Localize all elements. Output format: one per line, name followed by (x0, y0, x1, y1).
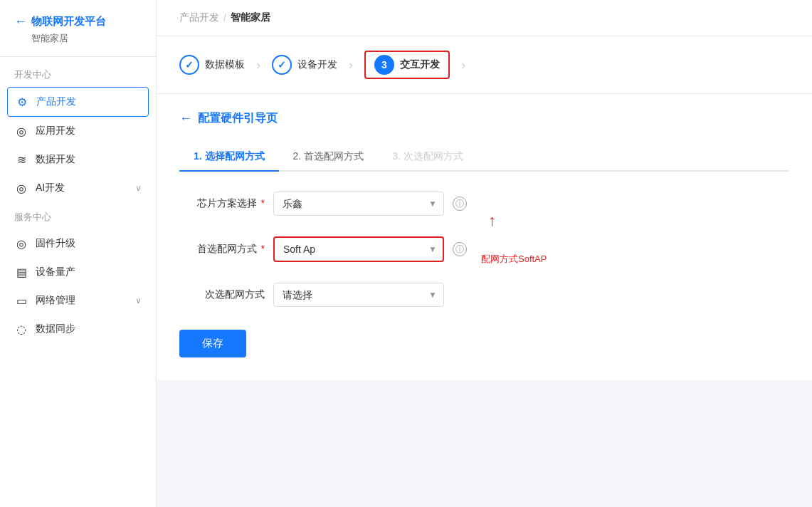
page-back-button[interactable]: ← 配置硬件引导页 (179, 111, 789, 126)
breadcrumb-separator: / (223, 12, 226, 23)
data-icon: ≋ (14, 152, 28, 167)
step3-circle: 3 (374, 55, 394, 75)
breadcrumb-parent: 产品开发 (179, 11, 219, 24)
sidebar-item-firmware[interactable]: ◎ 固件升级 (0, 229, 156, 258)
tooltip-annotation: ↑ 配网方式SoftAP (481, 233, 547, 266)
step2-circle: ✓ (272, 55, 292, 75)
gear-icon: ⚙ (15, 95, 29, 109)
main-content: 产品开发 / 智能家居 ✓ 数据模板 › ✓ 设备开发 › 3 交互开发 › ← (157, 0, 812, 507)
app-icon: ◎ (14, 124, 28, 138)
save-button[interactable]: 保存 (179, 330, 246, 357)
ai-icon: ◎ (14, 181, 28, 195)
chip-required: * (261, 197, 265, 209)
annotation-arrow-icon: ↑ (488, 211, 496, 230)
page-title: 配置硬件引导页 (198, 111, 278, 126)
chip-form-row: 芯片方案选择 * 乐鑫 其他 ▼ ⓘ (179, 192, 789, 216)
primary-net-select-wrapper: Soft Ap SmartConfig 其他 ▼ (273, 236, 444, 262)
tab-secondary-network: 3. 次选配网方式 (378, 143, 478, 170)
primary-net-form-row: 首选配网方式 * Soft Ap SmartConfig 其他 ▼ ⓘ (179, 233, 789, 266)
sidebar-item-data-sync[interactable]: ◌ 数据同步 (0, 315, 156, 343)
step-1: ✓ 数据模板 (179, 55, 245, 75)
step1-label: 数据模板 (205, 58, 245, 71)
secondary-net-label: 次选配网方式 (179, 288, 265, 301)
sidebar-item-label: AI开发 (36, 182, 65, 194)
save-row: 保存 (179, 324, 789, 357)
device-icon: ▤ (14, 265, 28, 279)
chip-info-icon[interactable]: ⓘ (453, 197, 467, 211)
sidebar-item-app-dev[interactable]: ◎ 应用开发 (0, 117, 156, 145)
step1-circle: ✓ (179, 55, 199, 75)
page-back-arrow-icon: ← (179, 111, 192, 126)
primary-net-label: 首选配网方式 * (179, 243, 265, 256)
secondary-net-select-wrapper: 请选择 Soft Ap SmartConfig 其他 ▼ (273, 283, 444, 307)
sidebar-subtitle: 智能家居 (14, 32, 142, 45)
step-arrow-3: › (461, 58, 465, 73)
sidebar-item-label: 应用开发 (36, 125, 75, 137)
primary-net-select[interactable]: Soft Ap SmartConfig 其他 (273, 236, 444, 262)
sync-icon: ◌ (14, 322, 28, 336)
sidebar-item-ai-dev[interactable]: ◎ AI开发 ∨ (0, 174, 156, 202)
primary-net-required: * (261, 243, 265, 254)
service-center-label: 服务中心 (0, 202, 156, 229)
content-area: ← 配置硬件引导页 1. 选择配网方式 2. 首选配网方式 3. 次选配网方式 (157, 94, 812, 507)
sidebar-item-label: 固件升级 (36, 237, 75, 250)
breadcrumb-current: 智能家居 (231, 11, 270, 24)
back-arrow-icon: ← (14, 14, 27, 29)
network-icon: ▭ (14, 293, 28, 308)
platform-title: 物联网开发平台 (31, 15, 106, 28)
content-inner: ← 配置硬件引导页 1. 选择配网方式 2. 首选配网方式 3. 次选配网方式 (157, 94, 812, 380)
firmware-icon: ◎ (14, 236, 28, 251)
sidebar-item-label: 设备量产 (36, 266, 75, 278)
tabs-bar: 1. 选择配网方式 2. 首选配网方式 3. 次选配网方式 (179, 143, 789, 172)
tab-primary-network[interactable]: 2. 首选配网方式 (279, 143, 379, 170)
secondary-net-select[interactable]: 请选择 Soft Ap SmartConfig 其他 (273, 283, 444, 307)
sidebar-back-button[interactable]: ← 物联网开发平台 (14, 14, 142, 29)
sidebar-item-label: 产品开发 (36, 95, 76, 108)
step2-label: 设备开发 (297, 58, 337, 71)
chip-select[interactable]: 乐鑫 其他 (273, 192, 444, 216)
sidebar-item-label: 网络管理 (36, 294, 75, 307)
sidebar-header: ← 物联网开发平台 智能家居 (0, 0, 156, 57)
breadcrumb-bar: 产品开发 / 智能家居 (157, 0, 812, 36)
chevron-down-icon: ∨ (135, 183, 142, 193)
step3-label: 交互开发 (400, 58, 440, 71)
annotation-text: 配网方式SoftAP (481, 253, 547, 266)
sidebar-item-data-dev[interactable]: ≋ 数据开发 (0, 145, 156, 174)
sidebar-item-network-mgmt[interactable]: ▭ 网络管理 ∨ (0, 286, 156, 315)
sidebar-item-label: 数据同步 (36, 323, 75, 335)
breadcrumb: 产品开发 / 智能家居 (179, 11, 789, 24)
primary-net-info-icon[interactable]: ⓘ (453, 242, 467, 256)
secondary-net-form-row: 次选配网方式 请选择 Soft Ap SmartConfig 其他 ▼ (179, 283, 789, 307)
sidebar-item-product-dev[interactable]: ⚙ 产品开发 (7, 87, 149, 117)
step-arrow-2: › (349, 58, 353, 73)
chip-label: 芯片方案选择 * (179, 197, 265, 210)
tab-select-network[interactable]: 1. 选择配网方式 (179, 143, 279, 170)
step-3: 3 交互开发 (364, 51, 450, 79)
chevron-down-icon: ∨ (135, 296, 142, 305)
sidebar-item-device-prod[interactable]: ▤ 设备量产 (0, 258, 156, 286)
chip-select-wrapper: 乐鑫 其他 ▼ (273, 192, 444, 216)
step-arrow-1: › (256, 58, 260, 73)
dev-center-label: 开发中心 (0, 57, 156, 87)
step-2: ✓ 设备开发 (272, 55, 337, 75)
sidebar-item-label: 数据开发 (36, 153, 75, 166)
steps-bar: ✓ 数据模板 › ✓ 设备开发 › 3 交互开发 › (157, 36, 812, 94)
sidebar: ← 物联网开发平台 智能家居 开发中心 ⚙ 产品开发 ◎ 应用开发 ≋ 数据开发… (0, 0, 157, 507)
form: 芯片方案选择 * 乐鑫 其他 ▼ ⓘ 首选配网方式 (179, 192, 789, 357)
